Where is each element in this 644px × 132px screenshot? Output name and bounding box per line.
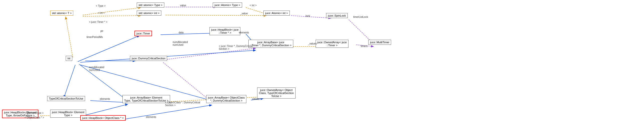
svg-line-0 xyxy=(83,8,140,15)
label-elements-bot: elements xyxy=(146,116,156,118)
label-numallocated2: numAllocatednumUsed xyxy=(89,66,104,71)
label-objectclass-dummy: < ObjectClass *, DummyCriticalSection > xyxy=(165,101,200,107)
label-values: _values xyxy=(308,42,317,45)
node-int: int xyxy=(66,56,72,61)
svg-line-13 xyxy=(80,50,255,62)
node-juce-ownedarray-timer: juce::OwnedArray< juce::Timer > xyxy=(316,40,348,48)
svg-line-22 xyxy=(123,105,211,119)
svg-line-3 xyxy=(166,15,266,16)
label-elementtype: < ElementType > xyxy=(25,112,44,114)
svg-line-16 xyxy=(90,101,127,103)
label-timer-dummy-section: < juce::Timer *, DummyCriticalSection > xyxy=(219,45,253,50)
svg-line-5 xyxy=(291,16,331,18)
node-juce-spinlock: juce::SpinLock xyxy=(326,13,348,18)
node-juce-timer: juce::Timer xyxy=(134,31,152,36)
label-ptr: ptr xyxy=(100,30,103,32)
label-lock: lock xyxy=(306,15,310,17)
svg-line-4 xyxy=(246,8,266,14)
label-data: data xyxy=(179,31,183,34)
svg-line-17 xyxy=(64,65,75,98)
node-typeof-criticalsection: TypeOfCriticalSectionToUse xyxy=(47,96,85,101)
svg-line-8 xyxy=(66,17,73,57)
label-int-left: < int > xyxy=(98,12,105,14)
node-juce-dummycriticalsection: juce::DummyCriticalSection xyxy=(130,56,167,61)
node-juce-arraybase-timer-dummy: juce::ArrayBase< juce::Timer *, DummyCri… xyxy=(248,40,293,48)
label-timers: timers xyxy=(361,45,368,48)
label-values2: values xyxy=(252,98,259,100)
svg-line-19 xyxy=(85,104,127,115)
node-juce-ownedarray-object-typeof: juce::OwnedArray< ObjectClass, TypeOfCri… xyxy=(257,87,296,99)
node-juce-heapblock-objectclass: juce::HeapBlock< ObjectClass * > xyxy=(80,115,126,121)
node-juce-arraybase-element-typeof: juce::ArrayBase< ElementType, TypeOfCrit… xyxy=(122,95,170,103)
svg-line-10 xyxy=(161,33,214,35)
node-juce-atomic-type: juce::Atomic< Type > xyxy=(213,3,242,8)
label-objectclass: < ObjectClass * > xyxy=(25,116,44,119)
label-value: value xyxy=(180,4,186,7)
node-std-atomic-int: std::atomic< int > xyxy=(137,11,161,16)
label-juce-timer-ptr: < juce::Timer * > xyxy=(89,21,107,23)
node-juce-atomic-int: juce::Atomic< int > xyxy=(263,11,290,16)
svg-line-1 xyxy=(83,16,140,16)
node-juce-multitimer: juce::MultiTimer xyxy=(368,40,391,45)
label-type: < Type > xyxy=(96,5,106,7)
node-juce-arraybase-objectclass-dummy: juce::ArrayBase< ObjectClass*, DummyCrit… xyxy=(206,95,246,103)
node-std-atomic-T: std::atomic< T > xyxy=(50,11,73,16)
node-juce-heapblock-timer: juce::HeapBlock< juce::Timer * > xyxy=(209,27,240,35)
node-std-atomic-Type: std::atomic< Type > xyxy=(137,3,164,8)
label-elements-top: elements xyxy=(239,31,249,34)
label-timerperiodms: timerPeriodMs xyxy=(87,36,103,38)
label-numallocated-numused: numAllocatednumUsed xyxy=(173,41,188,46)
label-elements-mid: elements xyxy=(100,98,110,100)
svg-line-23 xyxy=(163,62,211,102)
label-value2: _value xyxy=(240,12,248,15)
label-timerlistlock: timerListLock xyxy=(353,16,368,18)
label-int-right: < int > xyxy=(250,4,257,7)
